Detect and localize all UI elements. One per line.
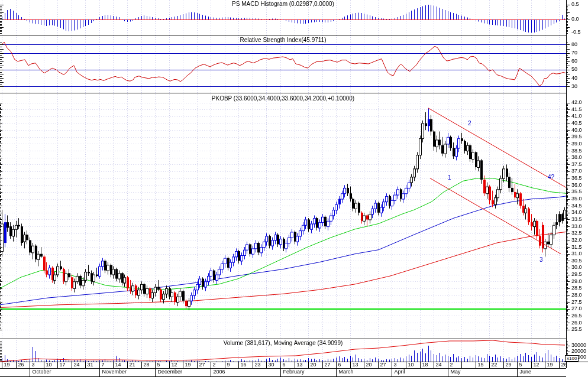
chart-canvas[interactable] xyxy=(0,0,588,377)
volume-unit-badge: x100 xyxy=(565,355,579,362)
metastock-chart-window: PS MACD Histogram (0.02987,0.0000) Relat… xyxy=(0,0,588,377)
trend-annotation-3[interactable]: 3 xyxy=(539,256,543,263)
trend-annotation-2[interactable]: 2 xyxy=(468,120,471,126)
trend-annotation-4[interactable]: 4? xyxy=(548,174,554,180)
trend-annotation-1[interactable]: 1 xyxy=(448,174,451,181)
